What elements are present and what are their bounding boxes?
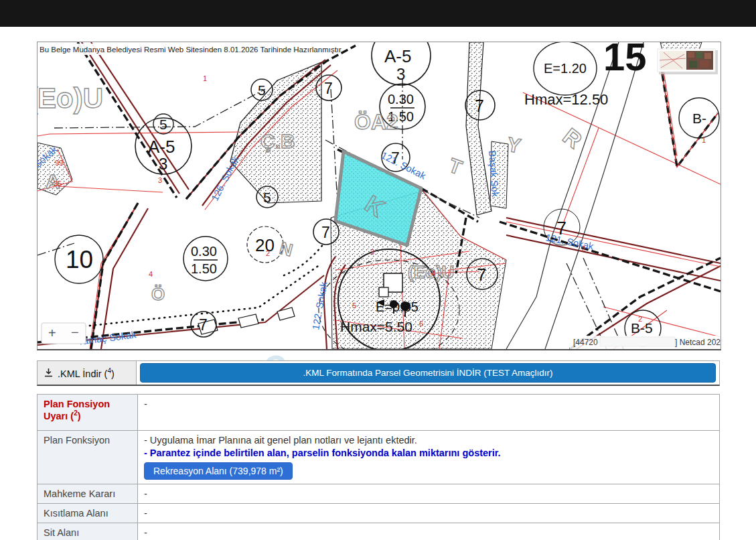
plan-note-line2: - Parantez içinde belirtilen alan, parse… (144, 448, 713, 458)
table-row: Sit Alanı - (37, 523, 720, 540)
map-viewport[interactable]: 7 K 7 7 E=1.20 Hmax=12.50 A-5 3 0.30 1.5… (37, 42, 721, 350)
zone-circle-a5-3-top: A-5 3 (372, 42, 431, 85)
row-value: - (138, 395, 720, 431)
svg-text:6: 6 (419, 320, 423, 328)
row-value: - (138, 504, 720, 523)
svg-text:3: 3 (370, 248, 374, 256)
svg-text:10: 10 (66, 246, 93, 273)
zone-eou-topleft: (Eo)U (37, 82, 103, 114)
svg-text:A-5: A-5 (148, 137, 175, 157)
hmax-label: Hmax=12.50 (524, 91, 608, 108)
attribution-prefix: [44720 (573, 338, 598, 347)
svg-text:1.50: 1.50 (191, 261, 217, 276)
zone-n: N (277, 238, 295, 261)
svg-text:−: − (71, 325, 79, 340)
document-note: Bu Belge Mudanya Belediyesi Resmi Web Si… (37, 44, 343, 55)
svg-text:1: 1 (203, 74, 207, 82)
street-126-sokak: 126. Sokak (209, 154, 241, 203)
kml-download-link[interactable]: .KML İndir (4) (37, 361, 137, 385)
zoom-in-button[interactable]: + (42, 323, 64, 344)
svg-text:0.30: 0.30 (388, 92, 414, 107)
svg-text:35: 35 (54, 180, 62, 188)
svg-text:20: 20 (255, 235, 275, 255)
svg-text:7: 7 (475, 96, 484, 115)
svg-text:2: 2 (638, 315, 642, 323)
download-icon (44, 368, 54, 378)
svg-text:7: 7 (321, 224, 330, 241)
rekreasyon-alani-button[interactable]: Rekreasyon Alanı (739,978 m²) (144, 462, 293, 480)
row-value-plan-fonksiyon: - Uygulama İmar Planına ait genel plan n… (138, 431, 720, 484)
street-122-sokak: 122. Sokak (310, 281, 329, 331)
zone-circle-ratio: 0.30 1.50 (183, 237, 228, 281)
top-dark-bar (0, 0, 756, 27)
svg-text:3: 3 (159, 155, 167, 173)
zone-oa2: ÖA2 (354, 110, 398, 134)
svg-text:+: + (48, 326, 56, 340)
svg-text:5: 5 (159, 117, 167, 132)
zone-cb: Ç.B (260, 130, 295, 152)
svg-text:2: 2 (581, 245, 585, 253)
svg-text:99: 99 (55, 159, 63, 167)
table-row: Plan Fonksiyon - Uygulama İmar Planına a… (37, 431, 720, 484)
hmax550-label: Hmax=5.50 (340, 319, 412, 334)
row-value: - (138, 484, 720, 504)
map-zoom-controls: + − (42, 323, 86, 344)
table-row: Plan Fonsiyon Uyarı (2) - (37, 395, 720, 431)
table-row: Kısıtlama Alanı - (37, 504, 720, 523)
table-row: Mahkeme Kararı - (37, 484, 720, 504)
zoom-out-button[interactable]: − (64, 323, 86, 344)
svg-text:2: 2 (266, 249, 270, 257)
svg-text:4: 4 (431, 269, 435, 277)
zone-y: Y (506, 133, 522, 157)
svg-text:B-: B- (692, 111, 706, 126)
parcel-info-table: Plan Fonsiyon Uyarı (2) - Plan Fonksiyon… (37, 394, 720, 540)
zone-o: Ö (151, 284, 165, 304)
row-label-kisitlama-alani: Kısıtlama Alanı (37, 504, 138, 523)
row-label-mahkeme-karari: Mahkeme Kararı (37, 484, 138, 504)
zone-t: T (446, 154, 465, 179)
zone-circle-10: 10 (55, 235, 103, 283)
minimap-thumbnail[interactable] (658, 49, 718, 74)
svg-text:E=1.20: E=1.20 (544, 61, 587, 76)
svg-text:0.30: 0.30 (191, 244, 217, 259)
zone-big-15: 15 (603, 42, 647, 78)
row-label-plan-fonksiyon-uyari: Plan Fonsiyon Uyarı (2) (37, 395, 138, 431)
row-label-plan-fonksiyon: Plan Fonksiyon (37, 431, 138, 484)
svg-text:4: 4 (149, 270, 153, 278)
svg-text:5: 5 (258, 82, 266, 98)
svg-text:5: 5 (352, 301, 356, 310)
e005-label: E=0.05 (376, 299, 419, 314)
row-label-sit-alani: Sit Alanı (37, 523, 138, 540)
svg-text:5: 5 (263, 190, 271, 205)
svg-text:7: 7 (477, 265, 486, 285)
svg-text:3: 3 (158, 176, 162, 184)
kml-download-button[interactable]: .KML Formatında Parsel Geometrisini İNDİ… (140, 363, 716, 383)
zone-circle-e120: E=1.20 (534, 42, 597, 95)
kml-button-cell: .KML Formatında Parsel Geometrisini İNDİ… (137, 361, 719, 385)
attribution-suffix: ] Netcad 2026 (675, 338, 721, 347)
svg-text:7: 7 (199, 316, 208, 334)
map-attribution: [44720 ] Netcad 2026 (570, 336, 721, 349)
row-value: - (138, 523, 720, 540)
svg-text:A-5: A-5 (384, 46, 411, 66)
attribution-redacted (600, 337, 675, 346)
plan-note-line1: - Uygulama İmar Planına ait genel plan n… (144, 435, 713, 446)
kml-download-bar: .KML İndir (4) .KML Formatında Parsel Ge… (37, 360, 720, 386)
svg-text:Bu Belge Mudanya Belediyesi Re: Bu Belge Mudanya Belediyesi Resmi Web Si… (40, 46, 343, 54)
svg-text:7: 7 (324, 80, 333, 97)
svg-text:3: 3 (396, 65, 405, 83)
svg-text:1: 1 (702, 136, 706, 144)
kml-link-label: .KML İndir (4) (58, 367, 115, 379)
